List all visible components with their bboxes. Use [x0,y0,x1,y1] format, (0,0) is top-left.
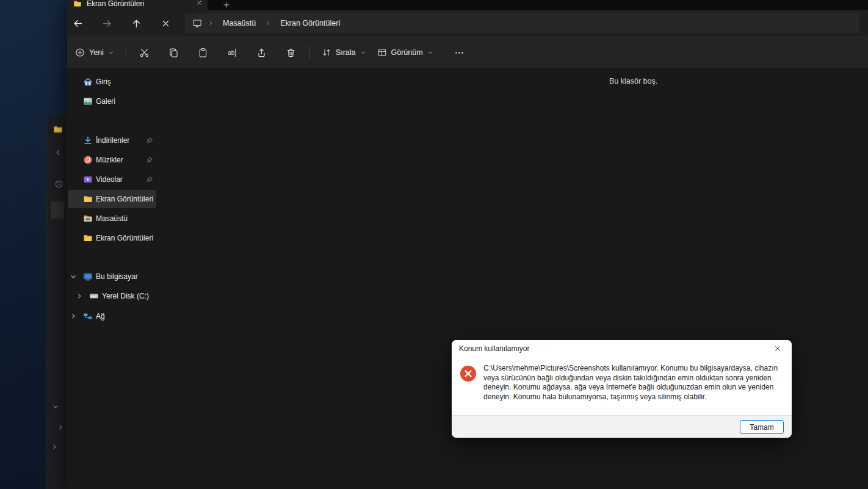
sort-button-label: Sırala [336,48,356,57]
close-icon [196,0,203,6]
back-button[interactable] [68,13,87,33]
chevron-down-icon [427,49,433,56]
chevron-left-icon [54,149,62,156]
svg-text:ab: ab [228,49,236,56]
delete-button[interactable] [279,42,303,63]
sidebar-item-gallery[interactable]: Galeri [68,92,156,110]
dialog-close-button[interactable] [768,342,787,355]
up-button[interactable] [126,13,146,33]
sidebar-item-label: Ağ [96,312,105,321]
stop-button[interactable] [156,13,175,33]
disk-icon [89,291,99,301]
cut-button[interactable] [132,42,157,63]
background-selection [51,201,64,219]
chevron-right-icon [57,424,64,431]
music-icon [83,155,93,165]
sidebar-item-desktop[interactable]: Masaüstü [68,209,156,228]
sidebar-item-screenshots-2[interactable]: Ekran Görüntüleri [68,229,156,247]
tab-title: Ekran Görüntüleri [87,0,196,8]
sidebar-item-label: Giriş [96,78,111,86]
sidebar-item-downloads[interactable]: İndirilenler [68,131,156,150]
sidebar-item-this-pc[interactable]: Bu bilgisayar [68,267,156,286]
view-icon [377,48,387,57]
chevron-right-icon [51,443,58,451]
sidebar-item-label: Galeri [96,97,115,106]
dialog-title: Konum kullanılamıyor [459,344,529,353]
ellipsis-icon [454,48,465,58]
folder-icon [53,125,63,134]
sidebar-item-music[interactable]: Müzikler [68,151,156,169]
rename-icon: ab [227,48,237,58]
dialog-body: C:\Users\mehme\Pictures\Screenshots kull… [452,357,792,415]
paste-button[interactable] [191,42,215,63]
sidebar-item-screenshots[interactable]: Ekran Görüntüleri [68,190,156,208]
copy-button[interactable] [162,42,186,63]
more-button[interactable] [447,42,472,63]
folder-icon [83,194,93,204]
clipboard-icon [198,48,208,58]
computer-icon [83,272,93,281]
sidebar-item-label: Ekran Görüntüleri [96,234,153,242]
toolbar-separator [309,46,310,59]
chevron-right-icon [208,20,214,26]
forward-button[interactable] [97,13,117,33]
expand-chevron[interactable] [76,292,83,300]
sidebar-item-label: Bu bilgisayar [96,272,138,281]
new-tab-button[interactable] [220,0,233,9]
folder-icon [73,0,82,8]
video-icon [83,175,93,184]
scissors-icon [139,48,150,58]
trash-icon [286,48,296,58]
sidebar-item-local-disk[interactable]: Yerel Disk (C:) [68,287,156,305]
pin-icon [146,137,153,144]
chevron-down-icon [360,49,366,56]
view-button-label: Görünüm [391,48,423,57]
sidebar-item-label: Masaüstü [96,214,128,223]
view-button[interactable]: Görünüm [372,42,439,63]
chevron-right-icon [70,313,77,320]
breadcrumb-item-desktop[interactable]: Masaüstü [219,18,259,29]
explorer-tab[interactable]: Ekran Görüntüleri [67,0,208,10]
close-icon [774,345,781,352]
clock-icon [54,179,63,189]
pin-icon [146,176,153,183]
address-bar[interactable]: Masaüstü Ekran Görüntüleri [185,13,859,33]
tab-close-button[interactable] [196,0,203,6]
chevron-down-icon [70,273,77,280]
empty-folder-message: Bu klasör boş. [609,77,657,85]
chevron-right-icon [76,292,83,300]
sort-button[interactable]: Sırala [316,42,372,63]
share-icon [256,48,267,58]
sidebar-item-home[interactable]: Giriş [68,73,156,91]
error-icon [460,365,477,382]
tab-bar: Ekran Görüntüleri [67,0,868,10]
share-button[interactable] [250,42,274,63]
home-icon [83,77,93,87]
download-icon [83,136,93,145]
expand-chevron[interactable] [70,273,77,280]
sidebar-item-label: Müzikler [96,156,123,164]
desktop-folder-icon [83,214,93,223]
new-button-label: Yeni [89,48,104,57]
sort-icon [322,48,331,57]
ok-button[interactable]: Tamam [740,420,784,434]
dialog-message: C:\Users\mehme\Pictures\Screenshots kull… [483,364,781,402]
background-window[interactable] [46,116,67,489]
folder-icon [83,233,93,243]
sidebar-item-videos[interactable]: Videolar [68,170,156,189]
copy-icon [168,48,179,58]
breadcrumb-root[interactable] [192,18,202,28]
navigation-bar: Masaüstü Ekran Görüntüleri [67,10,868,37]
new-button[interactable]: Yeni [75,42,120,63]
command-bar: Yeni [67,37,868,68]
error-dialog: Konum kullanılamıyor C:\Users\mehme\Pict… [452,340,792,438]
arrow-right-icon [102,18,112,29]
screen: Ekran Görüntüleri [0,0,868,489]
expand-chevron[interactable] [70,313,77,320]
sidebar-item-label: İndirilenler [96,136,129,145]
plus-circle-icon [75,48,85,57]
x-icon [161,19,170,28]
sidebar-item-network[interactable]: Ağ [68,307,156,325]
rename-button[interactable]: ab [220,42,245,63]
breadcrumb-item-screenshots[interactable]: Ekran Görüntüleri [277,18,344,29]
